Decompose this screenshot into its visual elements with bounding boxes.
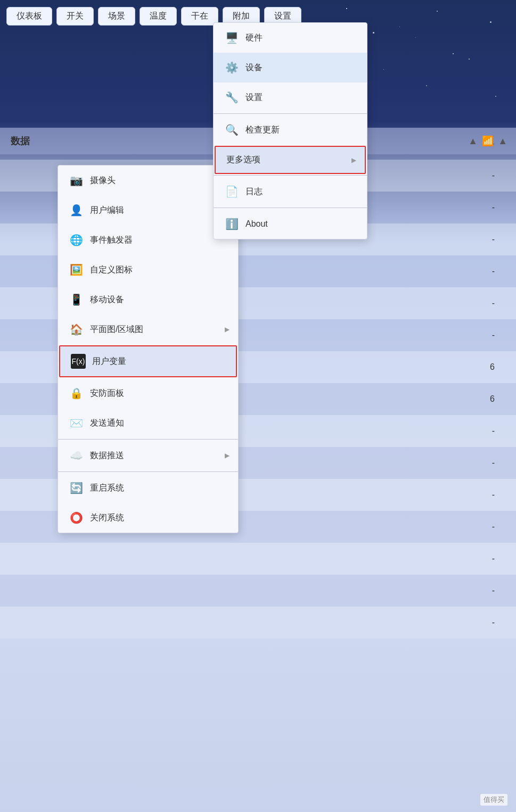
menu-label-camera: 摄像头 bbox=[90, 175, 116, 186]
watermark-text: 值得买 bbox=[484, 796, 504, 803]
menu-item-custom-icon[interactable]: 🖼️ 自定义图标 bbox=[58, 255, 238, 285]
right-dropdown-menu: 🖥️ 硬件 ⚙️ 设备 🔧 设置 🔍 检查更新 更多选项 📄 日志 ℹ️ Abo… bbox=[213, 22, 367, 239]
menu-label-hardware: 硬件 bbox=[245, 32, 263, 44]
security-panel-icon: 🔒 bbox=[69, 386, 84, 401]
menu-item-mobile[interactable]: 📱 移动设备 bbox=[58, 285, 238, 314]
custom-icon-icon: 🖼️ bbox=[69, 262, 84, 277]
menu-label-send-notify: 发送通知 bbox=[90, 418, 124, 429]
data-header-icons: ▲ 📶 ▲ bbox=[468, 135, 516, 147]
menu-item-security-panel[interactable]: 🔒 安防面板 bbox=[58, 378, 238, 408]
nav-btn-scene[interactable]: 场景 bbox=[98, 7, 135, 26]
menu-label-user-variable: 用户变量 bbox=[92, 356, 126, 367]
check-update-icon: 🔍 bbox=[224, 122, 239, 137]
signal-up-icon: ▲ bbox=[498, 136, 507, 147]
menu-item-restart[interactable]: 🔄 重启系统 bbox=[58, 473, 238, 503]
menu-label-user-edit: 用户编辑 bbox=[90, 205, 124, 216]
menu-item-hardware[interactable]: 🖥️ 硬件 bbox=[214, 23, 367, 53]
watermark: 值得买 bbox=[480, 794, 507, 806]
floorplan-icon: 🏠 bbox=[69, 322, 84, 337]
right-menu-divider-1 bbox=[214, 113, 367, 114]
menu-label-shutdown: 关闭系统 bbox=[90, 512, 124, 524]
row-value: - bbox=[484, 554, 516, 564]
hardware-icon: 🖥️ bbox=[224, 30, 239, 45]
table-row: - bbox=[0, 543, 516, 575]
menu-item-user-variable[interactable]: F(x) 用户变量 bbox=[59, 345, 237, 377]
row-value: - bbox=[484, 171, 516, 180]
event-trigger-icon: 🌐 bbox=[69, 233, 84, 247]
nav-btn-dashboard[interactable]: 仪表板 bbox=[6, 7, 52, 26]
menu-label-data-push: 数据推送 bbox=[90, 450, 124, 461]
user-variable-icon: F(x) bbox=[71, 354, 86, 369]
user-edit-icon: 👤 bbox=[69, 203, 84, 218]
menu-label-custom-icon: 自定义图标 bbox=[90, 264, 133, 276]
row-value: - bbox=[484, 586, 516, 595]
menu-item-about[interactable]: ℹ️ About bbox=[214, 209, 367, 239]
menu-label-more-options: 更多选项 bbox=[226, 154, 260, 165]
menu-divider-2 bbox=[58, 471, 238, 472]
row-value: - bbox=[484, 267, 516, 276]
right-menu-divider-3 bbox=[214, 208, 367, 208]
shutdown-icon: ⭕ bbox=[69, 510, 84, 525]
menu-item-floorplan[interactable]: 🏠 平面图/区域图 bbox=[58, 314, 238, 344]
right-menu-divider-2 bbox=[214, 175, 367, 176]
settings-icon: 🔧 bbox=[224, 90, 239, 105]
nav-btn-dry[interactable]: 干在 bbox=[181, 7, 218, 26]
row-value: 6 bbox=[484, 394, 516, 404]
row-value: - bbox=[484, 458, 516, 468]
mobile-icon: 📱 bbox=[69, 292, 84, 307]
menu-item-log[interactable]: 📄 日志 bbox=[214, 177, 367, 206]
signal-icon: 📶 bbox=[482, 135, 494, 147]
row-value: - bbox=[484, 330, 516, 340]
menu-label-log: 日志 bbox=[245, 186, 263, 197]
row-value: - bbox=[484, 203, 516, 212]
left-dropdown-menu: 📷 摄像头 👤 用户编辑 🌐 事件触发器 🖼️ 自定义图标 📱 移动设备 🏠 平… bbox=[58, 165, 239, 533]
menu-item-user-edit[interactable]: 👤 用户编辑 bbox=[58, 195, 238, 225]
menu-item-shutdown[interactable]: ⭕ 关闭系统 bbox=[58, 503, 238, 533]
menu-label-event-trigger: 事件触发器 bbox=[90, 235, 133, 246]
data-push-icon: ☁️ bbox=[69, 448, 84, 463]
menu-label-settings: 设置 bbox=[245, 92, 263, 103]
menu-label-device: 设备 bbox=[245, 62, 263, 73]
menu-label-floorplan: 平面图/区域图 bbox=[90, 324, 143, 335]
menu-label-mobile: 移动设备 bbox=[90, 294, 124, 305]
menu-label-security-panel: 安防面板 bbox=[90, 388, 124, 399]
menu-item-more-options[interactable]: 更多选项 bbox=[215, 146, 366, 174]
data-header-title: 数据 bbox=[0, 135, 30, 147]
row-value: - bbox=[484, 618, 516, 627]
menu-item-data-push[interactable]: ☁️ 数据推送 bbox=[58, 441, 238, 470]
menu-item-send-notify[interactable]: ✉️ 发送通知 bbox=[58, 408, 238, 438]
menu-item-device[interactable]: ⚙️ 设备 bbox=[214, 53, 367, 82]
row-value: - bbox=[484, 522, 516, 532]
log-icon: 📄 bbox=[224, 184, 239, 199]
camera-icon: 📷 bbox=[69, 173, 84, 188]
row-value: - bbox=[484, 426, 516, 436]
table-row: - bbox=[0, 607, 516, 639]
row-value: - bbox=[484, 299, 516, 308]
row-value: 6 bbox=[484, 362, 516, 372]
menu-divider-1 bbox=[58, 439, 238, 440]
nav-btn-switch[interactable]: 开关 bbox=[56, 7, 94, 26]
caret-up-icon: ▲ bbox=[468, 136, 478, 147]
menu-item-event-trigger[interactable]: 🌐 事件触发器 bbox=[58, 225, 238, 255]
restart-icon: 🔄 bbox=[69, 480, 84, 495]
menu-label-check-update: 检查更新 bbox=[245, 125, 280, 136]
menu-label-restart: 重启系统 bbox=[90, 483, 124, 494]
device-icon: ⚙️ bbox=[224, 60, 239, 75]
send-notify-icon: ✉️ bbox=[69, 416, 84, 430]
nav-btn-temp[interactable]: 温度 bbox=[140, 7, 177, 26]
table-row: - bbox=[0, 575, 516, 607]
row-value: - bbox=[484, 235, 516, 244]
about-icon: ℹ️ bbox=[224, 217, 239, 231]
menu-item-settings[interactable]: 🔧 设置 bbox=[214, 82, 367, 112]
row-value: - bbox=[484, 490, 516, 500]
menu-item-camera[interactable]: 📷 摄像头 bbox=[58, 165, 238, 195]
menu-item-check-update[interactable]: 🔍 检查更新 bbox=[214, 115, 367, 145]
menu-label-about: About bbox=[245, 219, 268, 229]
